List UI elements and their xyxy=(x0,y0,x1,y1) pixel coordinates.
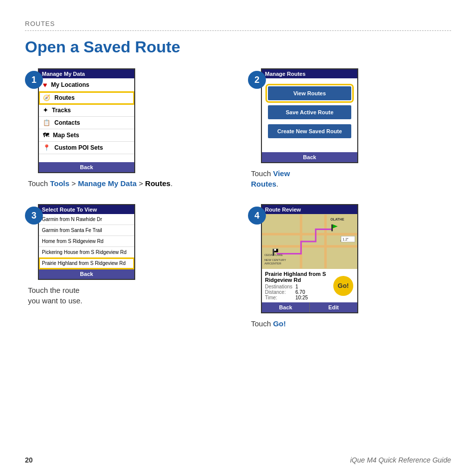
step-4-block: 4 Route Review xyxy=(248,204,451,329)
step-2-container: 2 Manage Routes View Routes Save Active … xyxy=(248,68,451,163)
time-label: Time: xyxy=(265,295,292,300)
go-button[interactable]: Go! xyxy=(333,276,353,296)
step-2-screen: Manage Routes View Routes Save Active Ro… xyxy=(261,68,358,163)
review-info: Prairie Highland from S Ridgeview Rd Des… xyxy=(262,269,357,302)
routes-icon: 🧭 xyxy=(43,94,50,101)
page-footer: 20 iQue M4 Quick Reference Guide xyxy=(25,456,451,464)
routes-bold: Routes xyxy=(145,179,171,188)
distance-value: 6.70 xyxy=(295,289,305,295)
step-1-screen: Manage My Data ♥ My Locations 🧭 Routes ✦… xyxy=(38,68,135,173)
screen-4-title: Route Review xyxy=(262,205,357,214)
step-1-caption: Touch Tools > Manage My Data > Routes. xyxy=(25,178,228,189)
review-destinations-row: Destinations 1 xyxy=(265,284,330,289)
svg-text:1.2": 1.2" xyxy=(343,238,349,241)
menu-my-locations: ♥ My Locations xyxy=(39,78,134,92)
step-2-block: 2 Manage Routes View Routes Save Active … xyxy=(248,68,451,189)
step-1-number-wrap: 1 xyxy=(25,71,43,89)
step-2-number: 2 xyxy=(248,71,266,89)
destinations-label: Destinations xyxy=(265,284,292,289)
tools-link: Tools xyxy=(50,179,69,188)
svg-text:AIRCENTER: AIRCENTER xyxy=(264,262,281,265)
routes-link: Routes xyxy=(251,180,276,188)
map-sets-icon: 🗺 xyxy=(43,132,49,139)
screen-3-title: Select Route To View xyxy=(39,205,134,214)
svg-text:OLATHE: OLATHE xyxy=(330,218,344,221)
page: Routes Open a Saved Route 1 Manage My Da… xyxy=(0,0,476,344)
step-3-caption: Touch the routeyou want to use. xyxy=(25,285,228,306)
step-2-number-wrap: 2 xyxy=(248,71,266,89)
menu-custom-poi: 📍 Custom POI Sets xyxy=(39,142,134,154)
go-link: Go! xyxy=(273,319,286,328)
step-2-caption: Touch View Routes. xyxy=(248,168,451,189)
screen-2-title: Manage Routes xyxy=(262,69,357,78)
view-link: View xyxy=(273,169,290,178)
contacts-icon: 📋 xyxy=(43,119,50,126)
screen-4-back[interactable]: Back xyxy=(262,302,309,312)
step-3-block: 3 Select Route To View Garmin from N Raw… xyxy=(25,204,228,329)
step-1-block: 1 Manage My Data ♥ My Locations 🧭 Routes xyxy=(25,68,228,189)
route-item-1[interactable]: Garmin from Santa Fe Trail xyxy=(39,225,134,236)
step-1-container: 1 Manage My Data ♥ My Locations 🧭 Routes xyxy=(25,68,228,173)
heart-icon: ♥ xyxy=(43,81,47,89)
tracks-icon: ✦ xyxy=(43,107,48,114)
step-4-caption: Touch Go! xyxy=(248,318,451,329)
svg-rect-7 xyxy=(274,249,276,251)
step-3-screen: Select Route To View Garmin from N Rawhi… xyxy=(38,204,135,280)
manage-my-data-link: Manage My Data xyxy=(78,179,137,188)
screen-1-back[interactable]: Back xyxy=(39,162,134,172)
menu-routes: 🧭 Routes xyxy=(39,92,134,104)
distance-label: Distance: xyxy=(265,289,292,295)
footer-page-number: 20 xyxy=(25,456,33,464)
svg-rect-8 xyxy=(331,225,333,232)
route-item-0[interactable]: Garmin from N Rawhide Dr xyxy=(39,214,134,225)
route-item-4[interactable]: Prairie Highland from S Ridgeview Rd xyxy=(39,258,134,269)
step-3-number-wrap: 3 xyxy=(25,207,43,225)
map-area: OLATHE detail map CEDAR LAKE NEW CENTURY… xyxy=(262,214,357,269)
destinations-value: 1 xyxy=(295,284,298,289)
create-new-route-btn[interactable]: Create New Saved Route xyxy=(268,124,351,138)
save-active-route-btn[interactable]: Save Active Route xyxy=(268,105,351,119)
review-time-row: Time: 10:25 xyxy=(265,295,330,300)
step-3-container: 3 Select Route To View Garmin from N Raw… xyxy=(25,204,228,280)
screen-4-bottom: Back Edit xyxy=(262,302,357,312)
menu-map-sets: 🗺 Map Sets xyxy=(39,129,134,142)
screen-1-title: Manage My Data xyxy=(39,69,134,78)
review-title: Prairie Highland from S Ridgeview Rd xyxy=(265,271,330,283)
step-4-number: 4 xyxy=(248,207,266,225)
step-4-screen: Route Review xyxy=(261,204,358,313)
map-svg: OLATHE detail map CEDAR LAKE NEW CENTURY… xyxy=(262,214,357,269)
section-label: Routes xyxy=(25,20,451,31)
step-3-number: 3 xyxy=(25,207,43,225)
view-routes-btn[interactable]: View Routes xyxy=(268,86,351,100)
step-1-number: 1 xyxy=(25,71,43,89)
time-value: 10:25 xyxy=(295,295,308,300)
footer-guide-name: iQue M4 Quick Reference Guide xyxy=(350,456,451,464)
svg-text:CEDAR LAKE: CEDAR LAKE xyxy=(264,253,283,256)
content-grid: 1 Manage My Data ♥ My Locations 🧭 Routes xyxy=(25,68,451,329)
menu-tracks: ✦ Tracks xyxy=(39,104,134,117)
screen-4-edit[interactable]: Edit xyxy=(309,302,357,312)
route-item-2[interactable]: Home from S Ridgeview Rd xyxy=(39,236,134,247)
poi-icon: 📍 xyxy=(43,144,50,151)
screen-3-back[interactable]: Back xyxy=(39,269,134,279)
step-4-container: 4 Route Review xyxy=(248,204,451,313)
review-distance-row: Distance: 6.70 xyxy=(265,289,330,295)
screen-2-back[interactable]: Back xyxy=(262,152,357,162)
menu-contacts: 📋 Contacts xyxy=(39,117,134,129)
route-item-3[interactable]: Pickering House from S Ridgeview Rd xyxy=(39,247,134,258)
step-4-number-wrap: 4 xyxy=(248,207,266,225)
svg-text:NEW CENTURY: NEW CENTURY xyxy=(264,258,286,261)
page-title: Open a Saved Route xyxy=(25,38,451,56)
